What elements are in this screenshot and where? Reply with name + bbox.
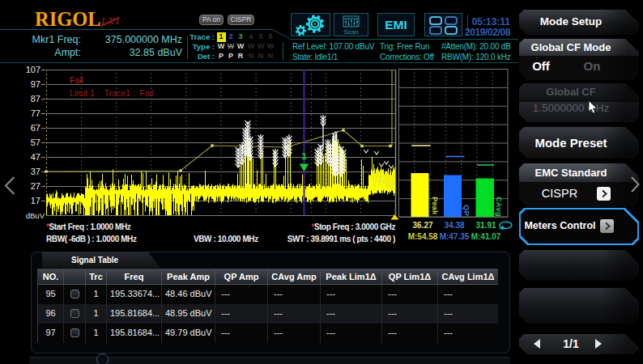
svg-text:36.27: 36.27	[412, 221, 432, 230]
svg-text:CAvg: CAvg	[495, 197, 504, 217]
svg-text:Peak: Peak	[431, 197, 440, 215]
svg-text:37: 37	[31, 167, 40, 176]
svg-text:87: 87	[31, 94, 40, 104]
svg-text:57: 57	[31, 138, 40, 147]
svg-text:67: 67	[31, 123, 40, 133]
svg-text:M:54.58: M:54.58	[408, 232, 438, 241]
svg-text:1: 1	[301, 151, 307, 161]
svg-text:dBuV: dBuV	[26, 211, 45, 220]
svg-text:97: 97	[31, 79, 40, 89]
svg-text:17: 17	[31, 196, 40, 205]
svg-text:107: 107	[26, 65, 40, 74]
svg-text:QP: QP	[462, 205, 471, 216]
svg-text:M:41.07: M:41.07	[471, 232, 501, 241]
svg-text:27: 27	[31, 181, 40, 191]
svg-text:M:47.35: M:47.35	[440, 232, 470, 241]
svg-text:47: 47	[31, 152, 40, 162]
svg-text:Limit 1 : Trace1 : Fail: Limit 1 : Trace1 : Fail	[70, 88, 153, 98]
svg-text:31.91: 31.91	[475, 221, 496, 230]
svg-text:Fail: Fail	[70, 75, 83, 85]
svg-text:77: 77	[31, 108, 40, 118]
svg-text:34.38: 34.38	[444, 221, 464, 230]
